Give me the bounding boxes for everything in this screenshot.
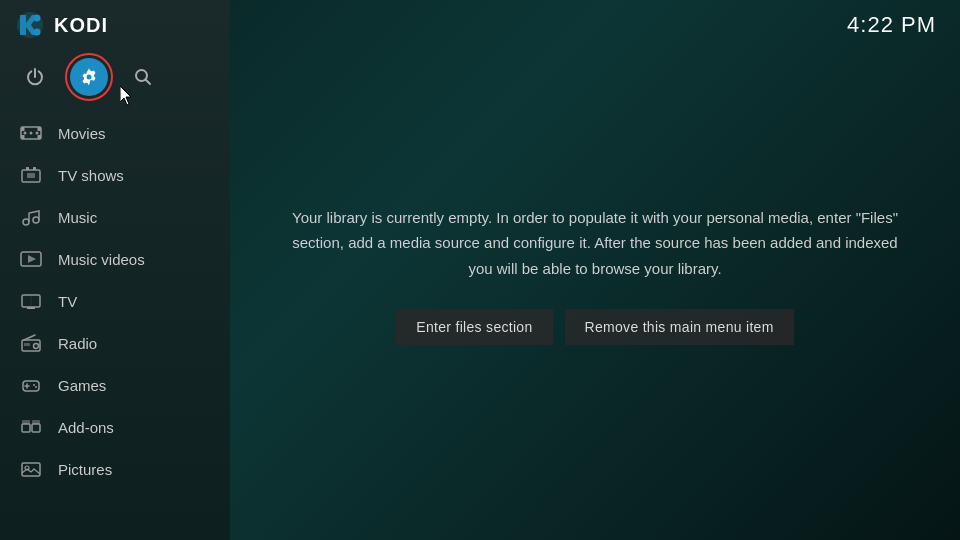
sidebar-item-add-ons[interactable]: Add-ons — [0, 406, 230, 448]
music-videos-icon — [20, 248, 42, 270]
sidebar-header: KODI — [0, 0, 230, 50]
svg-point-3 — [34, 29, 41, 36]
sidebar-item-movies[interactable]: Movies — [0, 112, 230, 154]
movies-icon — [20, 122, 42, 144]
pictures-label: Pictures — [58, 461, 112, 478]
tv-shows-icon — [20, 164, 42, 186]
enter-files-section-button[interactable]: Enter files section — [396, 309, 552, 345]
svg-rect-35 — [22, 424, 30, 432]
main-content: 4:22 PM Your library is currently empty.… — [230, 0, 960, 540]
power-icon — [25, 67, 45, 87]
pictures-icon — [20, 458, 42, 480]
library-empty-state: Your library is currently empty. In orde… — [230, 50, 960, 540]
svg-point-9 — [24, 132, 27, 135]
svg-rect-36 — [32, 424, 40, 432]
add-ons-label: Add-ons — [58, 419, 114, 436]
library-message: Your library is currently empty. In orde… — [290, 205, 900, 282]
svg-point-10 — [30, 132, 33, 135]
sidebar-item-music[interactable]: Music — [0, 196, 230, 238]
svg-line-7 — [146, 80, 151, 85]
sidebar: KODI — [0, 0, 230, 540]
svg-rect-29 — [24, 343, 30, 346]
kodi-logo-icon — [16, 11, 44, 39]
search-icon — [133, 67, 153, 87]
add-ons-icon — [20, 416, 42, 438]
svg-rect-17 — [26, 167, 29, 170]
svg-rect-15 — [38, 135, 42, 139]
sidebar-item-tv-shows[interactable]: TV shows — [0, 154, 230, 196]
svg-point-5 — [87, 75, 92, 80]
svg-point-34 — [35, 386, 37, 388]
settings-button[interactable] — [70, 58, 108, 96]
svg-rect-19 — [27, 173, 35, 178]
music-icon — [20, 206, 42, 228]
games-icon — [20, 374, 42, 396]
svg-point-33 — [33, 384, 35, 386]
nav-menu: Movies TV shows Music — [0, 112, 230, 540]
remove-main-menu-item-button[interactable]: Remove this main menu item — [565, 309, 794, 345]
clock-display: 4:22 PM — [847, 12, 936, 38]
svg-point-11 — [36, 132, 39, 135]
svg-point-20 — [23, 219, 29, 225]
svg-rect-37 — [22, 420, 30, 424]
svg-rect-25 — [27, 307, 35, 309]
svg-rect-38 — [32, 420, 40, 424]
music-videos-label: Music videos — [58, 251, 145, 268]
gear-icon — [79, 67, 99, 87]
radio-label: Radio — [58, 335, 97, 352]
top-bar: 4:22 PM — [230, 0, 960, 50]
svg-point-28 — [34, 344, 39, 349]
games-label: Games — [58, 377, 106, 394]
svg-rect-12 — [21, 127, 25, 131]
music-label: Music — [58, 209, 97, 226]
svg-rect-39 — [22, 463, 40, 476]
svg-marker-23 — [28, 255, 36, 263]
tv-shows-label: TV shows — [58, 167, 124, 184]
sidebar-top-icons — [0, 50, 230, 112]
svg-point-21 — [33, 217, 39, 223]
radio-icon — [20, 332, 42, 354]
sidebar-item-pictures[interactable]: Pictures — [0, 448, 230, 490]
sidebar-item-tv[interactable]: TV — [0, 280, 230, 322]
app-title: KODI — [54, 14, 108, 37]
svg-rect-14 — [21, 135, 25, 139]
search-button[interactable] — [124, 58, 162, 96]
svg-rect-18 — [33, 167, 36, 170]
svg-point-2 — [34, 15, 41, 22]
power-button[interactable] — [16, 58, 54, 96]
movies-label: Movies — [58, 125, 106, 142]
tv-icon — [20, 290, 42, 312]
sidebar-item-music-videos[interactable]: Music videos — [0, 238, 230, 280]
sidebar-item-radio[interactable]: Radio — [0, 322, 230, 364]
sidebar-item-games[interactable]: Games — [0, 364, 230, 406]
action-buttons-group: Enter files section Remove this main men… — [396, 309, 793, 345]
svg-rect-13 — [38, 127, 42, 131]
tv-label: TV — [58, 293, 77, 310]
